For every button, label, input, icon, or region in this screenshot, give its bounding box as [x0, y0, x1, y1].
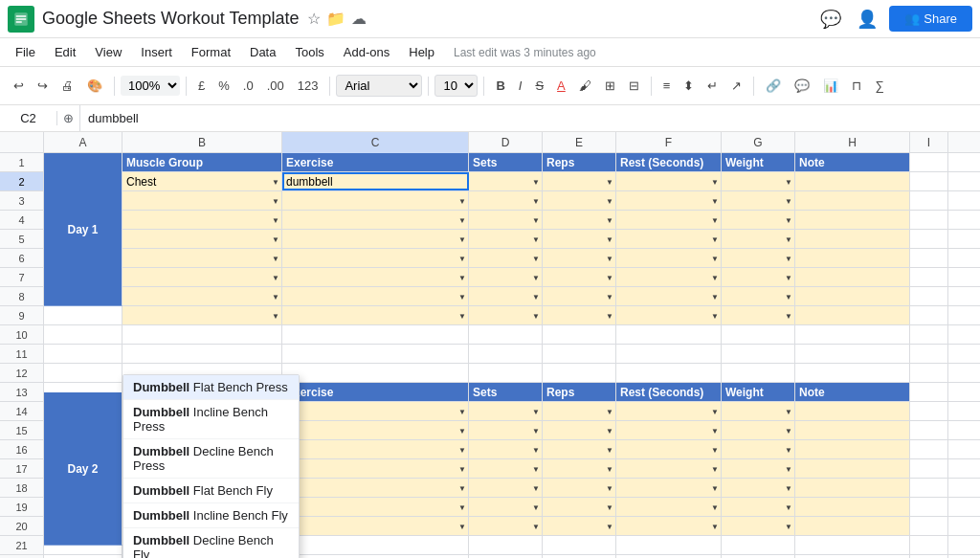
cell-e5[interactable]: ▼ [543, 230, 616, 248]
cell-e8[interactable]: ▼ [543, 287, 616, 305]
cell-b10[interactable] [122, 325, 282, 344]
ac-item-2[interactable]: Dumbbell Decline Bench Press [123, 439, 299, 479]
cell-i16[interactable] [910, 440, 948, 458]
star-icon[interactable]: ☆ [307, 10, 321, 28]
cell-g19[interactable]: ▼ [722, 498, 795, 516]
cell-i20[interactable] [910, 517, 948, 535]
cell-b5[interactable]: ▼ [122, 230, 282, 248]
cell-e20[interactable]: ▼ [543, 517, 616, 535]
zoom-select[interactable]: 100% [121, 76, 180, 96]
cell-e16[interactable]: ▼ [543, 440, 616, 458]
cell-h10[interactable] [795, 325, 910, 344]
ac-item-5[interactable]: Dumbbell Decline Bench Fly [123, 528, 299, 558]
cell-f13[interactable]: Rest (Seconds) [616, 383, 722, 401]
cell-c11[interactable] [282, 345, 469, 363]
cell-h18[interactable] [795, 479, 910, 497]
comment-tb-button[interactable]: 💬 [789, 75, 815, 97]
cell-b6[interactable]: ▼ [122, 249, 282, 267]
chart-button[interactable]: 📊 [817, 75, 844, 97]
cell-g11[interactable] [722, 345, 795, 363]
cell-d16[interactable]: ▼ [469, 440, 543, 458]
filter-button[interactable]: ⊓ [846, 75, 867, 97]
col-header-i[interactable]: I [910, 132, 948, 153]
menu-insert[interactable]: Insert [133, 43, 180, 61]
cell-a5[interactable] [44, 230, 122, 248]
col-header-d[interactable]: D [469, 132, 543, 153]
cell-d1[interactable]: Sets [469, 153, 543, 171]
cell-b4[interactable]: ▼ [122, 211, 282, 229]
cell-d4[interactable]: ▼ [469, 211, 543, 229]
paint-format-button[interactable]: 🎨 [81, 75, 108, 97]
cell-c21[interactable] [282, 536, 469, 554]
cell-a2[interactable] [44, 172, 122, 190]
cell-b2[interactable]: Chest ▼ [122, 172, 282, 190]
ac-item-1[interactable]: Dumbbell Incline Bench Press [123, 400, 299, 439]
link-button[interactable]: 🔗 [760, 75, 787, 97]
cell-a7[interactable] [44, 268, 122, 286]
cell-g12[interactable] [722, 364, 795, 382]
cell-f11[interactable] [616, 345, 722, 363]
cell-e7[interactable]: ▼ [543, 268, 616, 286]
comment-button[interactable]: 💬 [816, 5, 845, 33]
ac-item-4[interactable]: Dumbbell Incline Bench Fly [123, 503, 299, 528]
cell-i4[interactable] [910, 211, 948, 229]
cloud-icon[interactable]: ☁ [351, 10, 367, 28]
cell-g17[interactable]: ▼ [722, 459, 795, 478]
menu-tools[interactable]: Tools [287, 43, 331, 61]
cell-d9[interactable]: ▼ [469, 306, 543, 324]
cell-e9[interactable]: ▼ [543, 306, 616, 324]
cell-c18[interactable]: ▼ [282, 479, 469, 497]
cell-g20[interactable]: ▼ [722, 517, 795, 535]
cell-d3[interactable]: ▼ [469, 191, 543, 210]
menu-data[interactable]: Data [242, 43, 283, 61]
format-123-button[interactable]: 123 [292, 75, 324, 97]
cell-g9[interactable]: ▼ [722, 306, 795, 324]
cell-e11[interactable] [543, 345, 616, 363]
cell-f12[interactable] [616, 364, 722, 382]
cell-a15[interactable] [44, 421, 122, 439]
cell-h7[interactable] [795, 268, 910, 286]
cell-h15[interactable] [795, 421, 910, 439]
cell-h12[interactable] [795, 364, 910, 382]
cell-g21[interactable] [722, 536, 795, 554]
cell-c7[interactable]: ▼ [282, 268, 469, 286]
font-select[interactable]: Arial [336, 75, 422, 97]
cell-e4[interactable]: ▼ [543, 211, 616, 229]
cell-i12[interactable] [910, 364, 948, 382]
col-header-f[interactable]: F [616, 132, 722, 153]
cell-e19[interactable]: ▼ [543, 498, 616, 516]
cell-f21[interactable] [616, 536, 722, 554]
cell-i7[interactable] [910, 268, 948, 286]
cell-d21[interactable] [469, 536, 543, 554]
cell-g2[interactable]: ▼ [722, 172, 795, 190]
ac-item-3[interactable]: Dumbbell Flat Bench Fly [123, 479, 299, 503]
cell-i18[interactable] [910, 479, 948, 497]
col-header-g[interactable]: G [722, 132, 795, 153]
cell-a3[interactable] [44, 191, 122, 210]
cell-g10[interactable] [722, 325, 795, 344]
col-header-a[interactable]: A [44, 132, 122, 153]
redo-button[interactable]: ↪ [32, 75, 54, 97]
function-button[interactable]: ∑ [869, 75, 889, 97]
cell-h1[interactable]: Note [795, 153, 910, 171]
currency-button[interactable]: £ [192, 75, 211, 97]
cell-h3[interactable] [795, 191, 910, 210]
cell-h11[interactable] [795, 345, 910, 363]
cell-h4[interactable] [795, 211, 910, 229]
decrease-decimal-button[interactable]: .0 [237, 75, 259, 97]
cell-f20[interactable]: ▼ [616, 517, 722, 535]
cell-f3[interactable]: ▼ [616, 191, 722, 210]
cell-a11[interactable] [44, 345, 122, 363]
cell-c10[interactable] [282, 325, 469, 344]
cell-c8[interactable]: ▼ [282, 287, 469, 305]
cell-h6[interactable] [795, 249, 910, 267]
cell-a19[interactable] [44, 498, 122, 516]
cell-f4[interactable]: ▼ [616, 211, 722, 229]
cell-d8[interactable]: ▼ [469, 287, 543, 305]
percent-button[interactable]: % [212, 75, 235, 97]
cell-g16[interactable]: ▼ [722, 440, 795, 458]
cell-c6[interactable]: ▼ [282, 249, 469, 267]
highlight-color-button[interactable]: 🖌 [573, 75, 597, 97]
borders-button[interactable]: ⊞ [599, 75, 621, 97]
cell-b3[interactable]: ▼ [122, 191, 282, 210]
